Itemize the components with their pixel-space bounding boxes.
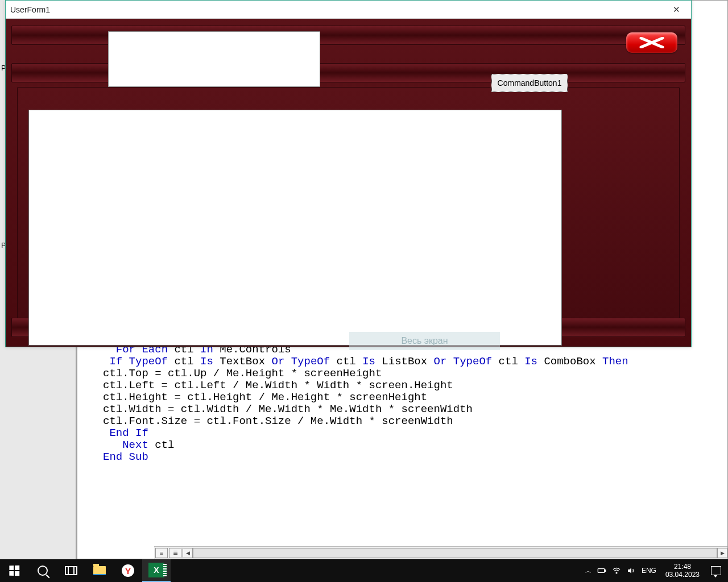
userform-client-area: CommandButton1 Весь экран bbox=[6, 19, 691, 347]
volume-icon[interactable] bbox=[627, 566, 636, 575]
notification-icon bbox=[711, 566, 721, 575]
excel-icon: X bbox=[148, 563, 164, 577]
windows-icon bbox=[9, 566, 19, 576]
yandex-icon: Y bbox=[122, 564, 134, 577]
view-mode-button[interactable]: ≣ bbox=[169, 548, 181, 558]
system-tray: ︿ ENG bbox=[581, 566, 661, 575]
scroll-track[interactable] bbox=[193, 548, 717, 558]
view-mode-button[interactable]: ≡ bbox=[155, 548, 168, 558]
taskview-icon bbox=[65, 566, 77, 575]
taskbar-date: 03.04.2023 bbox=[665, 571, 700, 579]
main-listbox[interactable] bbox=[28, 110, 562, 346]
taskbar: Y X ︿ ENG 21:48 03.04.2023 bbox=[0, 559, 728, 582]
svg-point-2 bbox=[616, 572, 617, 573]
tray-overflow-button[interactable]: ︿ bbox=[585, 567, 592, 575]
excel-taskbar-button[interactable]: X bbox=[142, 559, 171, 582]
svg-rect-0 bbox=[598, 569, 604, 573]
scroll-left-button[interactable] bbox=[183, 548, 193, 558]
start-button[interactable] bbox=[0, 559, 28, 582]
explorer-taskbar-button[interactable] bbox=[85, 559, 114, 582]
search-button[interactable] bbox=[28, 559, 57, 582]
x-icon bbox=[639, 37, 665, 48]
command-button-label: CommandButton1 bbox=[498, 78, 562, 88]
scroll-right-button[interactable] bbox=[717, 548, 727, 558]
window-close-button[interactable]: ✕ bbox=[664, 2, 689, 17]
search-icon bbox=[38, 566, 48, 576]
red-close-button[interactable] bbox=[626, 32, 677, 53]
vba-code-text: For Each ctl In Me.Controls If TypeOf ct… bbox=[103, 344, 628, 463]
userform-titlebar[interactable]: UserForm1 ✕ bbox=[6, 1, 691, 19]
taskbar-time: 21:48 bbox=[665, 563, 700, 571]
taskview-button[interactable] bbox=[57, 559, 85, 582]
action-center-button[interactable] bbox=[704, 559, 728, 582]
battery-icon[interactable] bbox=[597, 566, 606, 575]
folder-icon bbox=[93, 566, 106, 575]
svg-rect-1 bbox=[605, 570, 605, 572]
userform-window: UserForm1 ✕ CommandButton1 Весь экран bbox=[5, 0, 692, 347]
vba-code-hscroll[interactable]: ≡ ≣ bbox=[154, 546, 727, 559]
fullscreen-label-text: Весь экран bbox=[401, 336, 448, 346]
wifi-icon[interactable] bbox=[612, 566, 621, 575]
language-indicator[interactable]: ENG bbox=[642, 567, 656, 575]
yandex-taskbar-button[interactable]: Y bbox=[114, 559, 142, 582]
taskbar-clock[interactable]: 21:48 03.04.2023 bbox=[661, 563, 704, 579]
command-button-1[interactable]: CommandButton1 bbox=[491, 74, 568, 92]
userform-title: UserForm1 bbox=[10, 5, 664, 14]
fullscreen-label[interactable]: Весь экран bbox=[349, 332, 500, 350]
top-textbox[interactable] bbox=[108, 31, 320, 87]
close-icon: ✕ bbox=[673, 5, 680, 15]
